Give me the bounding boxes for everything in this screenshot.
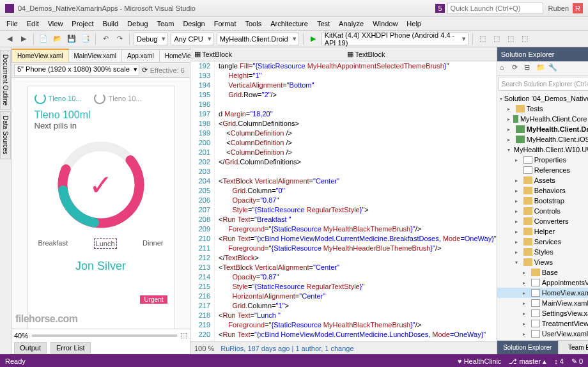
status-sync[interactable]: ↕ 4 <box>554 357 564 365</box>
status-repo[interactable]: ♥ HealthClinic <box>458 357 501 365</box>
document-tabs: HomeView.xamlMainView.xamlApp.xamlHomeVi… <box>12 47 190 63</box>
crumb-2[interactable]: ▦ TextBlock <box>347 50 385 58</box>
tree-node[interactable]: ▸Tests <box>497 104 588 114</box>
show-all-icon[interactable]: 📁 <box>536 63 546 74</box>
back-icon[interactable]: ◀ <box>4 33 15 45</box>
tree-node[interactable]: ▸HomeView.xaml <box>497 288 588 298</box>
toolbar-btn[interactable]: ⬚ <box>477 33 488 45</box>
open-icon[interactable]: 📂 <box>52 33 63 45</box>
properties-icon[interactable]: 🔧 <box>548 63 559 74</box>
status-branch[interactable]: ⎇ master ▴ <box>509 357 546 366</box>
menu-architecture[interactable]: Architecture <box>267 19 312 29</box>
toolbar-btn[interactable]: ⬚ <box>505 33 516 45</box>
medicine-subtitle: Next pills in <box>35 121 167 130</box>
user-name[interactable]: Ruben <box>548 4 569 12</box>
menu-test[interactable]: Test <box>313 19 334 29</box>
menu-format[interactable]: Format <box>210 19 240 29</box>
tree-node[interactable]: ▸Styles <box>497 247 588 257</box>
tree-node[interactable]: ▸SettingsView.xaml <box>497 308 588 318</box>
code-editor-pane: ▦ TextBlock ▦ TextBlock 192 193 194 195 … <box>190 47 497 354</box>
rail-data-sources[interactable]: Data Sources <box>0 111 11 159</box>
bottom-tab-output[interactable]: Output <box>14 342 47 354</box>
tree-node[interactable]: ▾MyHealth.Client.W10.UWP (Universal Wind… <box>497 144 588 155</box>
home-icon[interactable]: ⌂ <box>500 63 510 74</box>
solution-tree[interactable]: ▾Solution '04_Demos_NativeXamarinApps' (… <box>497 92 588 340</box>
meal-lunch[interactable]: Lunch <box>95 239 116 248</box>
editor-breadcrumbs: ▦ TextBlock ▦ TextBlock <box>190 47 497 61</box>
tree-node[interactable]: ▸MainView.xaml <box>497 298 588 308</box>
refresh-icon[interactable]: ⟳ <box>512 63 522 74</box>
menu-tools[interactable]: Tools <box>242 19 266 29</box>
code-area[interactable]: 192 193 194 195 196 197 198 199 200 201 … <box>190 61 497 341</box>
platform-combo[interactable]: Any CPU <box>171 33 213 45</box>
undo-icon[interactable]: ↶ <box>100 33 111 45</box>
tree-node[interactable]: ▸MyHealth.Client.Droid <box>497 124 588 134</box>
menu-debug[interactable]: Debug <box>123 19 151 29</box>
phone-tab-2: Tleno 10... <box>94 93 141 104</box>
tree-node[interactable]: ▸Base <box>497 267 588 277</box>
menu-edit[interactable]: Edit <box>23 19 43 29</box>
device-preview-combo[interactable]: 5" Phone (1920 x 1080) 300% scale <box>14 65 139 76</box>
save-all-icon[interactable]: 📑 <box>80 33 91 45</box>
editor-blame[interactable]: RuRios, 187 days ago | 1 author, 1 chang… <box>220 345 353 352</box>
menu-project[interactable]: Project <box>68 19 97 29</box>
quick-launch-input[interactable] <box>447 3 543 14</box>
doc-tab[interactable]: MainView.xaml <box>68 49 123 62</box>
menu-view[interactable]: View <box>44 19 67 29</box>
user-badge[interactable]: R <box>573 3 583 13</box>
explorer-tab[interactable]: Solution Explorer <box>497 341 559 354</box>
tree-node[interactable]: ▸Controls <box>497 206 588 216</box>
doctor-name: Jon Silver <box>35 260 167 273</box>
tree-node[interactable]: ▸Assets <box>497 175 588 185</box>
tree-node[interactable]: ▸Converters <box>497 216 588 226</box>
design-canvas[interactable]: Tleno 10... Tleno 10... Tleno 100ml Next… <box>12 78 190 329</box>
toolbar-btn[interactable]: ⬚ <box>491 33 502 45</box>
bottom-tab-error-list[interactable]: Error List <box>50 342 91 354</box>
tree-node[interactable]: ▸Behaviors <box>497 185 588 196</box>
editor-zoom[interactable]: 100 % <box>194 345 214 352</box>
menu-analyze[interactable]: Analyze <box>335 19 368 29</box>
statusbar: Ready ♥ HealthClinic ⎇ master ▴ ↕ 4 ✎ 0 <box>0 354 588 367</box>
menu-design[interactable]: Design <box>179 19 208 29</box>
menu-help[interactable]: Help <box>403 19 425 29</box>
tree-node[interactable]: ▾Views <box>497 257 588 267</box>
zoom-label[interactable]: 40% <box>14 332 28 340</box>
tree-node[interactable]: ▸Properties <box>497 155 588 165</box>
tree-node[interactable]: ▸MyHealth.Client.iOS <box>497 134 588 144</box>
phone-preview: Tleno 10... Tleno 10... Tleno 100ml Next… <box>27 86 174 329</box>
tree-node[interactable]: ▸AppointmentsView.xaml <box>497 277 588 288</box>
fit-icon[interactable]: ⬚ <box>181 331 187 340</box>
doc-tab[interactable]: App.xaml <box>121 49 160 62</box>
collapse-icon[interactable]: ⊟ <box>524 63 534 74</box>
menu-team[interactable]: Team <box>153 19 178 29</box>
save-icon[interactable]: 💾 <box>66 33 77 45</box>
start-icon[interactable]: ▶ <box>307 33 319 45</box>
tree-node[interactable]: ▸Helper <box>497 226 588 237</box>
redo-icon[interactable]: ↷ <box>114 33 125 45</box>
startup-combo[interactable]: MyHealth.Client.Droid <box>217 33 299 45</box>
explorer-search[interactable]: Search Solution Explorer (Ctrl+;) <box>499 77 588 91</box>
menu-file[interactable]: File <box>3 19 22 29</box>
tree-node[interactable]: ▸Services <box>497 237 588 247</box>
explorer-tab[interactable]: Team Explorer <box>559 341 588 354</box>
tree-node[interactable]: ▸UserView.xaml <box>497 329 588 339</box>
tree-node[interactable]: ▸TreatmentView.xaml <box>497 318 588 329</box>
device-combo[interactable]: KitKat (4.4) XXHDPI Phone (Android 4.4 -… <box>321 33 468 45</box>
tree-node[interactable]: ▸Bootstrap <box>497 196 588 206</box>
notification-badge[interactable]: 5 <box>435 4 444 13</box>
tree-node[interactable]: ▸MyHealth.Client.Core (Portable) <box>497 114 588 124</box>
status-changes[interactable]: ✎ 0 <box>571 357 583 366</box>
doc-tab[interactable]: HomeView.xaml <box>12 49 69 62</box>
toolbar-btn[interactable]: ⬚ <box>519 33 530 45</box>
solution-node[interactable]: ▾Solution '04_Demos_NativeXamarinApps' (… <box>497 93 588 104</box>
config-combo[interactable]: Debug <box>134 33 168 45</box>
menu-window[interactable]: Window <box>369 19 401 29</box>
zoom-slider[interactable] <box>32 334 177 337</box>
tree-node[interactable]: References <box>497 165 588 175</box>
new-icon[interactable]: 📄 <box>38 33 49 45</box>
menu-build[interactable]: Build <box>99 19 122 29</box>
forward-icon[interactable]: ▶ <box>18 33 29 45</box>
crumb-1[interactable]: ▦ TextBlock <box>194 50 232 58</box>
orientation-icon[interactable]: ⟳ <box>142 66 148 74</box>
rail-document-outline[interactable]: Document Outline <box>0 50 11 110</box>
